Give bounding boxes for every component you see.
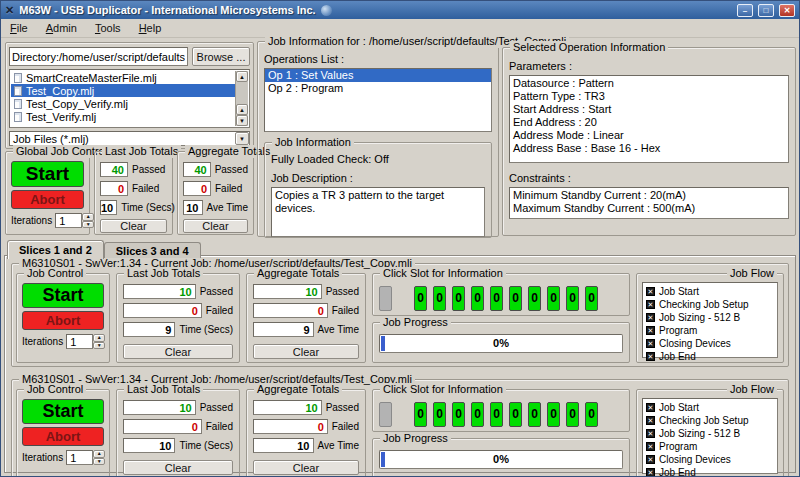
slot-4[interactable]: 0	[471, 402, 484, 427]
slice2-aggregate-totals-group: Aggregate Totals 10 Passed 0 Failed 10 A…	[246, 389, 366, 477]
operation-item-selected[interactable]: Op 1 : Set Values	[265, 69, 491, 82]
job-description-text[interactable]: Copies a TR 3 pattern to the target devi…	[271, 187, 485, 237]
spinner-up-icon[interactable]: ▲	[93, 334, 105, 342]
checkbox-checked-icon[interactable]: ✕	[646, 352, 655, 361]
slot-5[interactable]: 0	[490, 286, 503, 311]
file-list-item-selected[interactable]: Test_Copy.mlj	[11, 84, 235, 97]
slot-7[interactable]: 0	[528, 402, 541, 427]
scroll-up-icon[interactable]: ▲	[236, 104, 248, 115]
close-button[interactable]: ✕	[779, 4, 795, 17]
job-progress-bar: 0%	[379, 334, 623, 353]
checkbox-checked-icon[interactable]: ✕	[646, 403, 655, 412]
slot-6[interactable]: 0	[509, 286, 522, 311]
scroll-up-icon[interactable]: ▲	[236, 71, 248, 82]
job-progress-bar: 0%	[379, 450, 623, 469]
slot-3[interactable]: 0	[452, 402, 465, 427]
file-name: SmartCreateMasterFile.mlj	[26, 72, 157, 84]
tab-slices-3-and-4[interactable]: Slices 3 and 4	[104, 242, 201, 258]
checkbox-checked-icon[interactable]: ✕	[646, 300, 655, 309]
clear-button[interactable]: Clear	[123, 344, 233, 359]
slice2-slots-group: Click Slot for Information 0 0 0 0 0 0 0…	[372, 389, 630, 432]
slot-9[interactable]: 0	[566, 402, 579, 427]
slot-2[interactable]: 0	[433, 402, 446, 427]
global-abort-button[interactable]: Abort	[11, 190, 84, 209]
spinner-down-icon[interactable]: ▼	[93, 342, 105, 350]
checkbox-checked-icon[interactable]: ✕	[646, 339, 655, 348]
slot-empty[interactable]	[379, 402, 392, 427]
checkbox-checked-icon[interactable]: ✕	[646, 313, 655, 322]
menu-tools[interactable]: Tools	[95, 22, 121, 34]
checkbox-checked-icon[interactable]: ✕	[646, 455, 655, 464]
slot-1[interactable]: 0	[414, 402, 427, 427]
scroll-down-icon[interactable]: ▼	[236, 115, 248, 126]
spinner-down-icon[interactable]: ▼	[82, 221, 94, 229]
global-job-control-group: Global Job Control Start Abort Iteration…	[5, 151, 90, 235]
menu-admin[interactable]: Admin	[46, 22, 77, 34]
slice1-abort-button[interactable]: Abort	[22, 311, 104, 330]
checkbox-checked-icon[interactable]: ✕	[646, 287, 655, 296]
window-menu-icon[interactable]: ✕	[5, 5, 14, 16]
slot-8[interactable]: 0	[547, 402, 560, 427]
chevron-down-icon[interactable]: ▼	[235, 132, 249, 145]
clear-button[interactable]: Clear	[183, 219, 248, 233]
scrollbar-track[interactable]	[236, 82, 248, 104]
progress-percent: 0%	[380, 335, 622, 352]
directory-input[interactable]	[9, 47, 188, 66]
failed-count: 0	[253, 419, 328, 434]
flow-step-label: Closing Devices	[659, 454, 731, 465]
file-selection-panel: Browse ... SmartCreateMasterFile.mlj Tes…	[5, 42, 254, 149]
checkbox-checked-icon[interactable]: ✕	[646, 416, 655, 425]
slot-empty[interactable]	[379, 286, 392, 311]
global-iterations-stepper[interactable]: 1 ▲ ▼	[55, 213, 94, 228]
maximize-button[interactable]: □	[758, 4, 774, 17]
tab-slices-1-and-2[interactable]: Slices 1 and 2	[7, 240, 104, 259]
clear-button[interactable]: Clear	[100, 219, 167, 233]
checkbox-checked-icon[interactable]: ✕	[646, 468, 655, 477]
passed-count: 40	[100, 162, 128, 177]
slot-9[interactable]: 0	[566, 286, 579, 311]
checkbox-checked-icon[interactable]: ✕	[646, 429, 655, 438]
slot-7[interactable]: 0	[528, 286, 541, 311]
file-list-item[interactable]: Test_Copy_Verify.mlj	[11, 97, 235, 110]
failed-count: 0	[123, 303, 202, 318]
slot-5[interactable]: 0	[490, 402, 503, 427]
menu-file[interactable]: File	[10, 22, 28, 34]
checkbox-checked-icon[interactable]: ✕	[646, 442, 655, 451]
file-filter-dropdown[interactable]: Job Files (*.mlj) ▼	[9, 131, 250, 146]
iterations-value[interactable]: 1	[66, 450, 93, 465]
menu-help[interactable]: Help	[139, 22, 162, 34]
browse-button[interactable]: Browse ...	[192, 47, 250, 66]
slice1-start-button[interactable]: Start	[22, 283, 104, 308]
slice2-start-button[interactable]: Start	[22, 399, 104, 424]
slot-2[interactable]: 0	[433, 286, 446, 311]
app-window: ✕ M63W - USB Duplicator - International …	[0, 0, 800, 477]
file-icon	[14, 86, 22, 96]
slot-6[interactable]: 0	[509, 402, 522, 427]
slot-10[interactable]: 0	[585, 402, 598, 427]
global-start-button[interactable]: Start	[11, 161, 84, 187]
minimize-button[interactable]: –	[737, 4, 753, 17]
file-list-item[interactable]: Test_Verify.mlj	[11, 110, 235, 123]
spinner-down-icon[interactable]: ▼	[93, 458, 105, 466]
failed-label: Failed	[132, 183, 159, 194]
file-list-scrollbar[interactable]: ▲ ▲ ▼	[235, 71, 248, 126]
checkbox-checked-icon[interactable]: ✕	[646, 326, 655, 335]
slice2-abort-button[interactable]: Abort	[22, 427, 104, 446]
clear-button[interactable]: Clear	[123, 460, 233, 475]
spinner-up-icon[interactable]: ▲	[93, 450, 105, 458]
iterations-value[interactable]: 1	[55, 213, 82, 228]
clear-button[interactable]: Clear	[253, 460, 359, 475]
slot-10[interactable]: 0	[585, 286, 598, 311]
spinner-up-icon[interactable]: ▲	[82, 213, 94, 221]
slice1-iterations-stepper[interactable]: 1 ▲ ▼	[66, 334, 105, 349]
slice2-iterations-stepper[interactable]: 1 ▲ ▼	[66, 450, 105, 465]
slot-8[interactable]: 0	[547, 286, 560, 311]
slot-3[interactable]: 0	[452, 286, 465, 311]
slot-4[interactable]: 0	[471, 286, 484, 311]
clear-button[interactable]: Clear	[253, 344, 359, 359]
iterations-value[interactable]: 1	[66, 334, 93, 349]
file-list-item[interactable]: SmartCreateMasterFile.mlj	[11, 71, 235, 84]
slot-1[interactable]: 0	[414, 286, 427, 311]
operation-item[interactable]: Op 2 : Program	[265, 82, 491, 95]
constraints-box: Minimum Standby Current : 20(mA) Maximum…	[509, 187, 789, 219]
